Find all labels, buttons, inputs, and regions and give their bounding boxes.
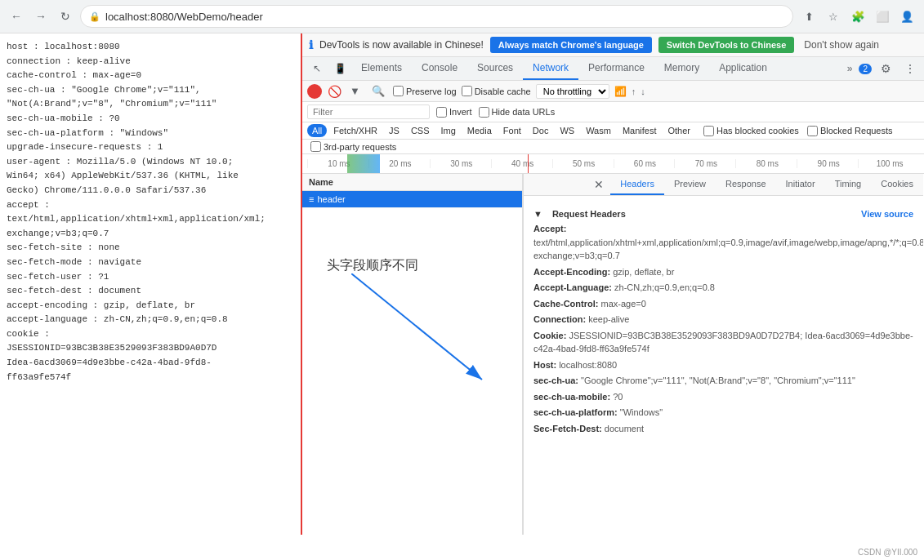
hide-data-urls-label[interactable]: Hide data URLs: [479, 107, 556, 118]
filter-bar: Invert Hide data URLs: [302, 102, 924, 122]
window-button[interactable]: ⬜: [872, 6, 893, 27]
request-details: ✕ Headers Preview Response Initiator Tim…: [523, 174, 923, 535]
invert-checkbox[interactable]: [436, 107, 447, 118]
stop-button[interactable]: 🚫: [327, 84, 341, 99]
back-button[interactable]: ←: [7, 7, 26, 26]
devtools-panel: ℹ DevTools is now available in Chinese! …: [302, 33, 924, 535]
has-blocked-cookies-label[interactable]: Has blocked cookies: [703, 126, 799, 136]
header-row: Sec-Fetch-Dest: document: [533, 422, 913, 436]
invert-label[interactable]: Invert: [436, 107, 472, 118]
devtools-mobile-icon[interactable]: 📱: [328, 57, 351, 80]
tab-elements[interactable]: Elements: [351, 57, 412, 80]
match-language-button[interactable]: Always match Chrome's language: [490, 37, 652, 53]
devtools-cursor-icon[interactable]: ↖: [306, 57, 328, 80]
search-button[interactable]: 🔍: [368, 83, 388, 99]
header-value: keep-alive: [588, 314, 629, 324]
name-list: Name ≡ header 头字段顺序不同: [302, 174, 523, 535]
switch-devtools-button[interactable]: Switch DevTools to Chinese: [658, 37, 795, 53]
details-tab-cookies[interactable]: Cookies: [871, 174, 923, 195]
more-tabs-btn[interactable]: »: [844, 60, 856, 78]
annotation-arrow-svg: [351, 273, 498, 396]
type-btn-css[interactable]: CSS: [406, 124, 435, 137]
timeline-bar: 10 ms 20 ms 30 ms 40 ms 50 ms 60 ms 70 m…: [302, 154, 924, 174]
request-headers-text: host : localhost:8080 connection : keep-…: [7, 40, 294, 384]
tab-memory[interactable]: Memory: [654, 57, 709, 80]
details-tab-response[interactable]: Response: [716, 174, 776, 195]
tab-console[interactable]: Console: [412, 57, 467, 80]
header-row: Accept-Language: zh-CN,zh;q=0.9,en;q=0.8: [533, 281, 913, 295]
preserve-log-checkbox[interactable]: [393, 86, 404, 96]
disable-cache-checkbox[interactable]: [462, 86, 472, 96]
type-btn-manifest[interactable]: Manifest: [618, 124, 662, 137]
has-blocked-cookies-checkbox[interactable]: [703, 126, 714, 136]
tl-40ms: 40 ms: [491, 159, 552, 168]
third-party-bar: 3rd-party requests: [302, 140, 924, 154]
header-name: Accept:: [533, 224, 566, 233]
hide-data-checkbox[interactable]: [479, 107, 489, 118]
header-row: Accept-Encoding: gzip, deflate, br: [533, 265, 913, 279]
address-bar[interactable]: 🔒 localhost:8080/WebDemo/header: [80, 5, 793, 28]
type-btn-wasm[interactable]: Wasm: [581, 124, 616, 137]
timeline-labels: 10 ms 20 ms 30 ms 40 ms 50 ms 60 ms 70 m…: [307, 159, 919, 168]
tl-90ms: 90 ms: [797, 159, 858, 168]
throttle-select[interactable]: No throttling: [536, 84, 609, 99]
header-value: ?0: [613, 392, 623, 402]
type-btn-all[interactable]: All: [307, 124, 327, 137]
details-tab-initiator[interactable]: Initiator: [776, 174, 825, 195]
type-btn-other[interactable]: Other: [663, 124, 695, 137]
more-options-btn[interactable]: ⋮: [899, 58, 921, 79]
refresh-button[interactable]: ↻: [56, 7, 75, 26]
annotation-text: 头字段顺序不同: [327, 257, 418, 274]
share-button[interactable]: ⬆: [798, 6, 819, 27]
type-btn-fetchxhr[interactable]: Fetch/XHR: [328, 124, 382, 137]
extensions-button[interactable]: 🧩: [847, 6, 868, 27]
tab-network[interactable]: Network: [523, 57, 578, 80]
lock-icon: 🔒: [89, 11, 100, 22]
tab-performance[interactable]: Performance: [578, 57, 654, 80]
network-content: Name ≡ header 头字段顺序不同: [302, 174, 924, 535]
view-source-link[interactable]: View source: [861, 209, 913, 219]
record-button[interactable]: [307, 84, 322, 99]
settings-btn[interactable]: ⚙: [875, 58, 896, 79]
header-value: "Windows": [620, 407, 663, 417]
file-entry-header[interactable]: ≡ header: [302, 191, 522, 208]
filter-button[interactable]: ▼: [346, 83, 364, 99]
type-btn-js[interactable]: JS: [384, 124, 404, 137]
details-close-button[interactable]: ✕: [587, 174, 610, 195]
header-name: sec-ch-ua-mobile:: [533, 392, 610, 402]
type-btn-doc[interactable]: Doc: [528, 124, 554, 137]
url-text: localhost:8080/WebDemo/header: [105, 11, 263, 23]
tab-application[interactable]: Application: [709, 57, 777, 80]
third-party-checkbox[interactable]: [310, 141, 321, 152]
third-party-label[interactable]: 3rd-party requests: [310, 141, 396, 152]
header-value: max-age=0: [601, 299, 646, 309]
upload-icon: ↑: [632, 87, 636, 96]
preserve-log-label[interactable]: Preserve log: [393, 86, 457, 96]
blocked-requests-label[interactable]: Blocked Requests: [807, 126, 893, 136]
header-row: sec-ch-ua: "Google Chrome";v="111", "Not…: [533, 374, 913, 388]
dont-show-link[interactable]: Don't show again: [804, 39, 879, 51]
header-name: Host:: [533, 360, 556, 370]
details-tab-preview[interactable]: Preview: [664, 174, 716, 195]
tl-70ms: 70 ms: [674, 159, 735, 168]
type-btn-font[interactable]: Font: [498, 124, 526, 137]
details-tab-timing[interactable]: Timing: [825, 174, 872, 195]
filter-input[interactable]: [307, 104, 430, 119]
notifications-badge: 2: [859, 64, 872, 74]
toolbar-actions: ⬆ ☆ 🧩 ⬜ 👤: [798, 6, 917, 27]
tab-sources[interactable]: Sources: [467, 57, 523, 80]
details-tab-headers[interactable]: Headers: [610, 174, 664, 195]
profile-button[interactable]: 👤: [896, 6, 917, 27]
forward-button[interactable]: →: [31, 7, 51, 26]
request-headers-title: ▼ Request Headers View source: [533, 209, 913, 219]
type-btn-img[interactable]: Img: [436, 124, 461, 137]
header-value: JSESSIONID=93BC3B38E3529093F383BD9A0D7D2…: [533, 331, 913, 354]
type-btn-ws[interactable]: WS: [555, 124, 579, 137]
left-panel: host : localhost:8080 connection : keep-…: [0, 33, 302, 535]
header-value: localhost:8080: [559, 360, 617, 370]
blocked-requests-checkbox[interactable]: [807, 126, 818, 136]
disable-cache-label[interactable]: Disable cache: [462, 86, 531, 96]
bookmark-button[interactable]: ☆: [823, 6, 844, 27]
tab-more: » 2 ⚙ ⋮: [844, 58, 921, 79]
type-btn-media[interactable]: Media: [462, 124, 497, 137]
